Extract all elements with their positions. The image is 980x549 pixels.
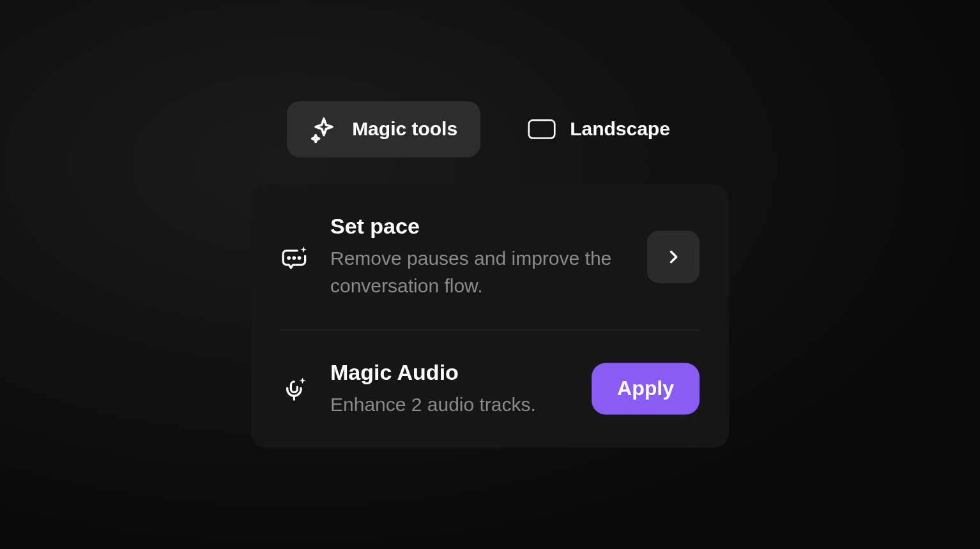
set-pace-title: Set pace	[330, 213, 627, 239]
set-pace-description: Remove pauses and improve the conversati…	[330, 244, 627, 300]
svg-point-1	[288, 257, 290, 259]
tab-landscape[interactable]: Landscape	[505, 101, 693, 157]
set-pace-open-button[interactable]	[647, 230, 700, 283]
tab-magic-tools-label: Magic tools	[352, 118, 457, 140]
magic-audio-title: Magic Audio	[330, 359, 571, 386]
chat-sparkle-icon	[280, 242, 310, 271]
mic-sparkle-icon	[280, 374, 310, 403]
tab-magic-tools[interactable]: Magic tools	[287, 101, 480, 157]
apply-button[interactable]: Apply	[592, 363, 700, 415]
svg-rect-0	[529, 120, 555, 138]
sparkle-icon	[310, 115, 338, 143]
set-pace-text: Set pace Remove pauses and improve the c…	[330, 213, 627, 300]
row-magic-audio: Magic Audio Enhance 2 audio tracks. Appl…	[280, 329, 700, 447]
chevron-right-icon	[664, 248, 682, 266]
row-set-pace: Set pace Remove pauses and improve the c…	[280, 184, 700, 329]
magic-audio-description: Enhance 2 audio tracks.	[330, 391, 571, 419]
svg-point-3	[298, 257, 300, 259]
magic-audio-text: Magic Audio Enhance 2 audio tracks.	[330, 359, 571, 418]
magic-tools-container: Magic tools Landscape	[251, 101, 729, 447]
magic-tools-panel: Set pace Remove pauses and improve the c…	[251, 184, 729, 447]
tab-bar: Magic tools Landscape	[287, 101, 693, 157]
tab-landscape-label: Landscape	[570, 118, 670, 140]
landscape-icon	[528, 115, 556, 143]
svg-point-2	[293, 257, 295, 259]
